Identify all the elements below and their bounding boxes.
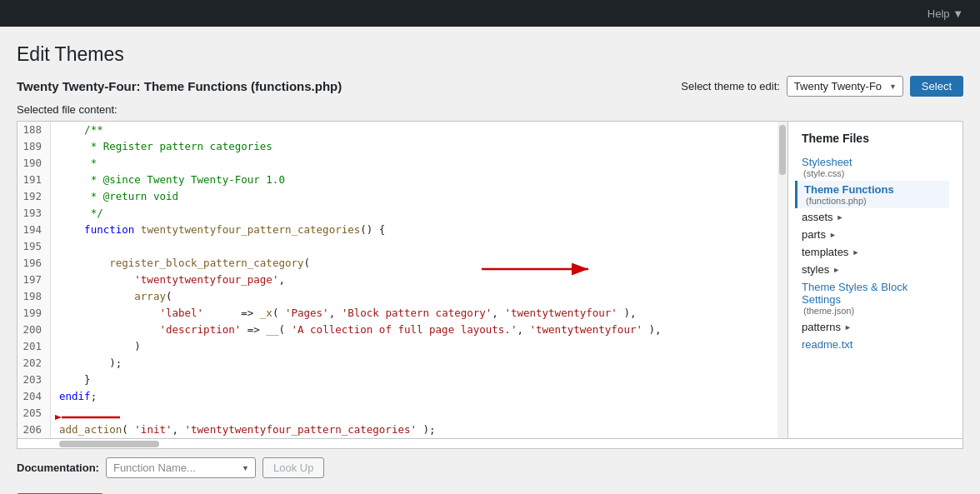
sidebar-folder-patterns[interactable]: patterns ► [802,318,949,336]
doc-label: Documentation: [17,462,99,474]
horizontal-scrollbar-thumb[interactable] [59,441,159,447]
theme-files-sidebar: Theme Files Stylesheet (style.css) Theme… [788,122,962,438]
code-line: 189 * Register pattern categories [18,138,778,155]
code-container[interactable]: 188 /** 189 * Register pattern categorie… [18,122,778,438]
code-line: 205 [18,405,778,422]
code-panel: 188 /** 189 * Register pattern categorie… [18,122,778,438]
selected-file-label: Selected file content: [17,103,963,116]
sidebar-item-theme-functions[interactable]: Theme Functions (functions.php) [795,181,949,208]
horizontal-scrollbar[interactable] [17,439,963,449]
code-line: 191 * @since Twenty Twenty-Four 1.0 [18,172,778,188]
theme-dropdown[interactable]: Twenty Twenty-Fo [787,76,903,97]
sidebar-folder-styles[interactable]: styles ► [802,261,949,278]
code-line: 199 'label' => _x( 'Pages', 'Block patte… [18,305,778,322]
sidebar-title: Theme Files [802,132,949,145]
code-line: 193 */ [18,205,778,222]
sidebar-item-readme[interactable]: readme.txt [802,336,949,353]
top-bar: Help ▼ [0,0,980,27]
code-line: 201 ) [18,338,778,355]
code-line: 206 add_action( 'init', 'twentytwentyfou… [18,422,778,438]
editor-area: 188 /** 189 * Register pattern categorie… [17,121,963,439]
vertical-scrollbar[interactable] [778,122,788,438]
code-line: 204 endif; [18,388,778,405]
update-area: Update File [0,487,980,494]
bottom-bar: Documentation: Function Name... Look Up [0,449,980,487]
code-line: 196 register_block_pattern_category( [18,255,778,272]
sidebar-item-stylesheet[interactable]: Stylesheet (style.css) [802,153,949,181]
sidebar-folder-assets[interactable]: assets ► [802,208,949,226]
sidebar-folder-parts[interactable]: parts ► [802,226,949,243]
lookup-button[interactable]: Look Up [262,457,324,478]
theme-select-label: Select theme to edit: [681,80,780,92]
scrollbar-thumb[interactable] [779,125,786,175]
file-title: Twenty Twenty-Four: Theme Functions (fun… [17,79,342,93]
code-line: 203 } [18,372,778,388]
select-button[interactable]: Select [910,76,963,97]
function-name-select[interactable]: Function Name... [106,457,256,478]
code-line: 192 * @return void [18,188,778,205]
theme-dropdown-wrapper: Twenty Twenty-Fo [787,76,903,97]
code-line: 188 /** [18,122,778,138]
code-line: 190 * [18,155,778,172]
theme-select-area: Select theme to edit: Twenty Twenty-Fo S… [681,76,963,97]
code-line: 194 function twentytwentyfour_pattern_ca… [18,222,778,238]
sidebar-item-theme-styles[interactable]: Theme Styles & Block Settings (theme.jso… [802,278,949,318]
page-title: Edit Themes [17,43,963,66]
doc-select-wrapper: Function Name... [106,457,256,478]
sidebar-folder-templates[interactable]: templates ► [802,243,949,261]
code-line: 198 array( [18,288,778,305]
code-line: 200 'description' => __( 'A collection o… [18,322,778,338]
help-button[interactable]: Help ▼ [928,7,963,20]
code-line: 195 [18,238,778,255]
code-line: 197 'twentytwentyfour_page', [18,272,778,288]
code-line: 202 ); [18,355,778,372]
